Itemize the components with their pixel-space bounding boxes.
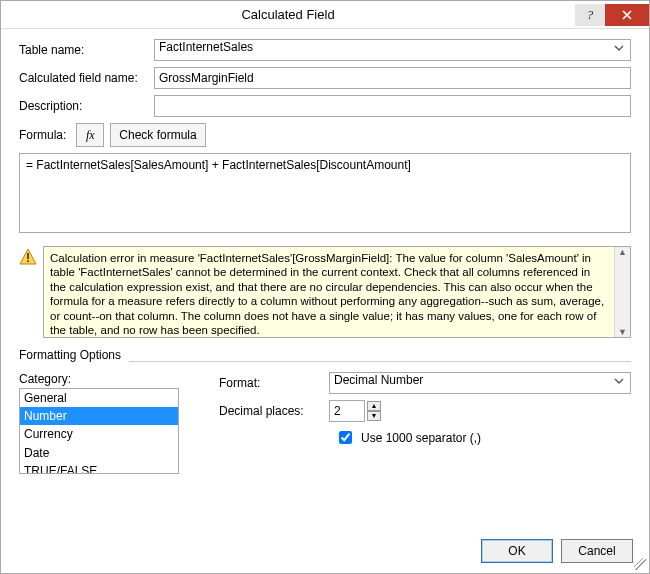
ok-button[interactable]: OK (481, 539, 553, 563)
dialog-footer: OK Cancel (1, 531, 649, 573)
category-item[interactable]: Number (20, 407, 178, 425)
window-title: Calculated Field (1, 7, 575, 22)
resize-grip[interactable] (634, 558, 646, 570)
formula-label: Formula: (19, 128, 66, 142)
decimal-places-label: Decimal places: (219, 404, 329, 418)
table-name-select[interactable]: FactInternetSales (154, 39, 631, 61)
table-name-value: FactInternetSales (159, 40, 253, 54)
warning-icon (19, 248, 37, 266)
svg-rect-0 (27, 253, 29, 259)
calc-field-name-label: Calculated field name: (19, 71, 154, 85)
formatting-options-header: Formatting Options (19, 348, 631, 362)
check-formula-button[interactable]: Check formula (110, 123, 205, 147)
svg-rect-1 (27, 260, 29, 262)
error-message-box: Calculation error in measure 'FactIntern… (43, 246, 631, 338)
description-input[interactable] (154, 95, 631, 117)
use-1000-separator-checkbox[interactable] (339, 431, 352, 444)
decimal-places-input[interactable] (329, 400, 365, 422)
category-item[interactable]: TRUE/FALSE (20, 462, 178, 474)
category-item[interactable]: General (20, 389, 178, 407)
use-1000-separator-label[interactable]: Use 1000 separator (,) (361, 431, 481, 445)
close-button[interactable] (605, 4, 649, 26)
spin-down-button[interactable]: ▼ (367, 411, 381, 421)
category-item[interactable]: Date (20, 444, 178, 462)
table-name-label: Table name: (19, 43, 154, 57)
description-label: Description: (19, 99, 154, 113)
fx-icon: fx (86, 128, 95, 143)
fx-button[interactable]: fx (76, 123, 104, 147)
cancel-button[interactable]: Cancel (561, 539, 633, 563)
scroll-up-icon: ▲ (618, 247, 627, 257)
category-item[interactable]: Currency (20, 425, 178, 443)
category-label: Category: (19, 372, 199, 386)
title-bar: Calculated Field ? (1, 1, 649, 29)
format-label: Format: (219, 376, 329, 390)
calc-field-name-input[interactable] (154, 67, 631, 89)
chevron-down-icon (614, 376, 624, 386)
chevron-down-icon (614, 43, 624, 53)
formula-textarea[interactable]: = FactInternetSales[SalesAmount] + FactI… (19, 153, 631, 233)
category-listbox[interactable]: GeneralNumberCurrencyDateTRUE/FALSE (19, 388, 179, 474)
spin-up-button[interactable]: ▲ (367, 401, 381, 411)
scroll-down-icon: ▼ (618, 327, 627, 337)
close-icon (622, 10, 632, 20)
format-value: Decimal Number (334, 373, 423, 387)
format-select[interactable]: Decimal Number (329, 372, 631, 394)
help-button[interactable]: ? (575, 4, 605, 26)
error-scrollbar[interactable]: ▲ ▼ (614, 247, 630, 337)
